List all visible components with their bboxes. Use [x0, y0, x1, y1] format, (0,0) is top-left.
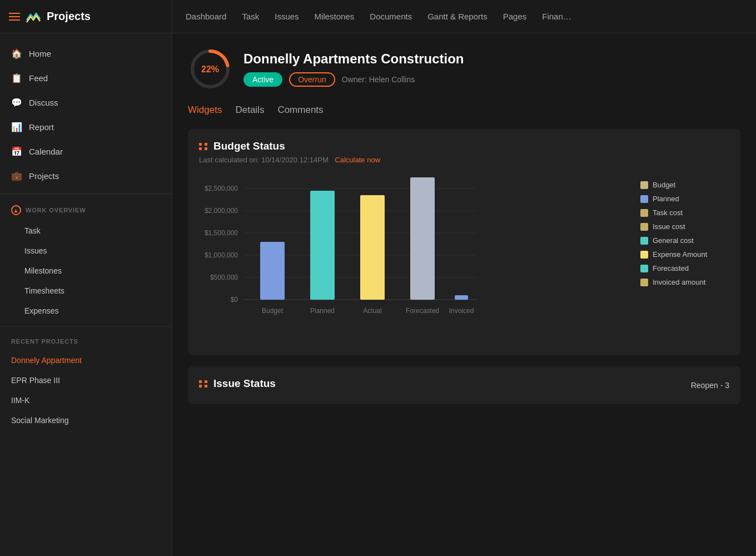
sidebar-item-discuss[interactable]: 💬 Discuss — [0, 91, 172, 113]
nav-documents[interactable]: Documents — [370, 12, 412, 21]
legend-forecasted: Forecasted — [640, 264, 729, 272]
sidebar-divider-1 — [0, 193, 172, 194]
sidebar-divider-2 — [0, 326, 172, 327]
issue-widget-header-row: Issue Status Reopen - 3 — [199, 378, 729, 393]
nav-milestones[interactable]: Milestones — [315, 12, 355, 21]
legend-color-expense-amount — [640, 251, 648, 259]
sidebar-recent-iimk[interactable]: IIM-K — [0, 391, 172, 409]
legend-color-forecasted — [640, 265, 648, 272]
sidebar-item-projects[interactable]: 💼 Projects — [0, 165, 172, 187]
svg-text:22%: 22% — [201, 64, 219, 74]
work-overview-section: ▲ WORK OVERVIEW — [0, 201, 172, 220]
sidebar-item-task[interactable]: Task — [0, 222, 172, 240]
nav-issues[interactable]: Issues — [275, 12, 299, 21]
nav-dashboard[interactable]: Dashboard — [186, 12, 226, 21]
home-icon: 🏠 — [11, 48, 22, 59]
sidebar-item-calendar[interactable]: 📅 Calendar — [0, 140, 172, 162]
svg-text:$1,000,000: $1,000,000 — [205, 251, 238, 259]
legend-color-general-cost — [640, 237, 648, 245]
budget-status-widget: Budget Status Last calculated on: 10/14/… — [188, 129, 740, 355]
legend-issue-cost: Issue cost — [640, 222, 729, 231]
sidebar-recent-donnely[interactable]: Donnely Appartment — [0, 351, 172, 369]
svg-text:$2,500,000: $2,500,000 — [205, 185, 238, 192]
sidebar: 🏠 Home 📋 Feed 💬 Discuss 📊 Report 📅 Calen… — [0, 33, 172, 556]
chart-container: $2,500,000 $2,000,000 $1,500,000 $1,000,… — [199, 175, 729, 344]
issue-reopen-label: Reopen - 3 — [691, 381, 729, 390]
chart-area: $2,500,000 $2,000,000 $1,500,000 $1,000,… — [199, 175, 627, 344]
issue-widget-header: Issue Status — [199, 378, 276, 390]
sidebar-item-issues[interactable]: Issues — [0, 242, 172, 260]
svg-text:$500,000: $500,000 — [210, 274, 238, 281]
nav-task[interactable]: Task — [242, 12, 259, 21]
hamburger-icon[interactable] — [9, 13, 20, 21]
svg-rect-15 — [260, 242, 285, 300]
chart-legend: Budget Planned Task cost Issue cost — [640, 175, 729, 286]
project-badges: Active Overrun Owner: Helen Collins — [243, 72, 740, 87]
svg-text:$2,000,000: $2,000,000 — [205, 207, 238, 215]
project-info: Donnelly Apartments Construction Active … — [243, 51, 740, 87]
legend-color-task-cost — [640, 209, 648, 217]
svg-text:Forecasted: Forecasted — [406, 307, 439, 315]
legend-color-planned — [640, 195, 648, 203]
sidebar-label-report: Report — [29, 122, 54, 132]
sidebar-item-timesheets[interactable]: Timesheets — [0, 282, 172, 300]
legend-task-cost: Task cost — [640, 209, 729, 217]
svg-rect-16 — [310, 191, 335, 300]
budget-chart: $2,500,000 $2,000,000 $1,500,000 $1,000,… — [199, 175, 488, 342]
issue-widget-icon — [199, 380, 208, 388]
app-title: Projects — [47, 10, 91, 23]
main-layout: 🏠 Home 📋 Feed 💬 Discuss 📊 Report 📅 Calen… — [0, 33, 756, 556]
tab-details[interactable]: Details — [235, 105, 264, 118]
top-nav: Dashboard Task Issues Milestones Documen… — [172, 0, 756, 33]
nav-gantt[interactable]: Gantt & Reports — [427, 12, 488, 21]
svg-text:Budget: Budget — [262, 307, 284, 315]
nav-pages[interactable]: Pages — [503, 12, 527, 21]
legend-color-issue-cost — [640, 223, 648, 231]
sidebar-label-calendar: Calendar — [29, 147, 63, 156]
svg-text:$1,500,000: $1,500,000 — [205, 229, 238, 237]
sidebar-label-home: Home — [29, 49, 51, 58]
budget-widget-subtitle: Last calculated on: 10/14/2020 12:14PM C… — [199, 156, 729, 164]
svg-text:$0: $0 — [231, 296, 238, 304]
sidebar-item-milestones[interactable]: Milestones — [0, 262, 172, 280]
svg-rect-17 — [360, 195, 385, 300]
sidebar-label-projects: Projects — [29, 171, 59, 181]
legend-color-invoiced-amount — [640, 279, 648, 286]
recent-projects-section: RECENT PROJECTS — [0, 334, 172, 349]
sidebar-item-home[interactable]: 🏠 Home — [0, 42, 172, 64]
svg-rect-18 — [410, 177, 435, 300]
badge-active[interactable]: Active — [243, 72, 282, 87]
sidebar-label-feed: Feed — [29, 73, 48, 83]
project-header: 22% Donnelly Apartments Construction Act… — [188, 47, 740, 91]
legend-general-cost: General cost — [640, 236, 729, 245]
sidebar-label-discuss: Discuss — [29, 98, 58, 107]
progress-circle: 22% — [188, 47, 232, 91]
discuss-icon: 💬 — [11, 97, 22, 108]
sidebar-item-feed[interactable]: 📋 Feed — [0, 67, 172, 89]
tab-widgets[interactable]: Widgets — [188, 105, 222, 118]
issue-widget-title: Issue Status — [213, 378, 276, 390]
budget-widget-title: Budget Status — [213, 140, 285, 152]
calculate-now-link[interactable]: Calculate now — [335, 156, 380, 164]
svg-rect-19 — [455, 295, 468, 300]
tab-comments[interactable]: Comments — [277, 105, 323, 118]
svg-text:Planned: Planned — [310, 307, 335, 315]
nav-finance[interactable]: Finan… — [542, 12, 571, 21]
legend-invoiced-amount: Invoiced amount — [640, 278, 729, 286]
projects-icon: 💼 — [11, 170, 22, 181]
sidebar-recent-epr[interactable]: EPR Phase III — [0, 371, 172, 389]
sidebar-item-report[interactable]: 📊 Report — [0, 116, 172, 138]
owner-text: Owner: Helen Collins — [342, 75, 415, 84]
sidebar-recent-social[interactable]: Social Marketing — [0, 411, 172, 429]
legend-color-budget — [640, 181, 648, 189]
svg-text:Actual: Actual — [363, 307, 381, 315]
feed-icon: 📋 — [11, 72, 22, 83]
top-bar: Projects Dashboard Task Issues Milestone… — [0, 0, 756, 33]
content-area: 22% Donnelly Apartments Construction Act… — [172, 33, 756, 556]
sidebar-item-expenses[interactable]: Expenses — [0, 302, 172, 320]
issue-status-widget: Issue Status Reopen - 3 — [188, 366, 740, 404]
legend-planned: Planned — [640, 195, 729, 203]
budget-widget-icon — [199, 143, 208, 150]
badge-overrun[interactable]: Overrun — [289, 72, 335, 87]
report-icon: 📊 — [11, 121, 22, 132]
